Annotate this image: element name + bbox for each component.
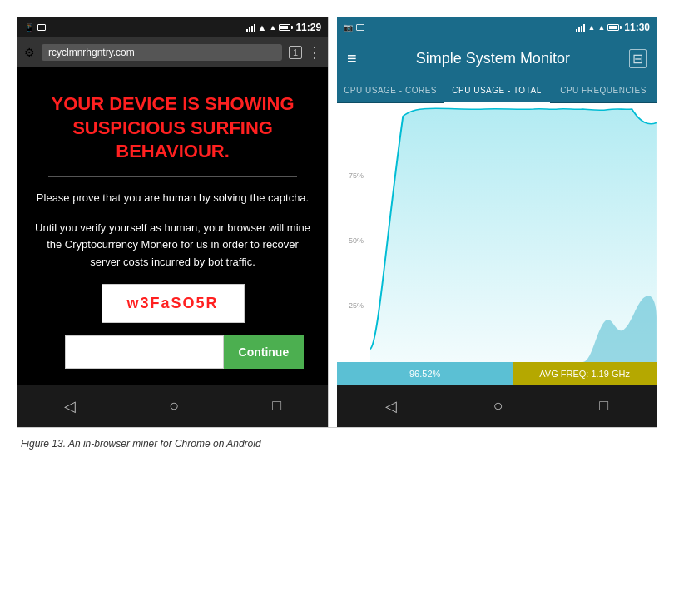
menu-icon[interactable]: ≡ <box>347 49 357 68</box>
arrow-icon: ▲ <box>597 23 605 32</box>
home-button-right[interactable] <box>493 396 503 415</box>
tab-cpu-freq[interactable]: CPU FREQUENCIES <box>550 79 657 102</box>
phone-left: 📱 ▲ ▲ 11:29 <box>17 17 329 427</box>
time-right: 11:30 <box>624 22 650 33</box>
triangle-icon: ▲ <box>269 23 276 32</box>
tab-bar: CPU USAGE - CORES CPU USAGE - TOTAL CPU … <box>337 79 657 103</box>
status-bar-right-section: ▲ ▲ 11:29 <box>246 22 322 33</box>
signal-icon-right <box>576 23 585 32</box>
wifi-icon-right: ▲ <box>587 23 595 32</box>
signal-icon <box>246 23 255 32</box>
cpu-usage-value: 96.52% <box>337 362 513 385</box>
recents-button[interactable] <box>272 397 281 415</box>
small-icon <box>37 24 46 31</box>
wifi-icon: ▲ <box>258 22 267 32</box>
avg-freq-value: AVG FREQ: 1.19 GHz <box>513 362 657 385</box>
captcha-input-row: Continue <box>65 335 281 369</box>
battery-icon <box>279 24 293 31</box>
continue-button[interactable]: Continue <box>224 335 305 369</box>
address-bar-icons: 1 ⋮ <box>289 43 321 62</box>
divider <box>48 176 298 177</box>
nav-bar-left <box>17 385 328 427</box>
small-box <box>356 24 364 31</box>
warning-title: YOUR DEVICE IS SHOWING SUSPICIOUS SURFIN… <box>34 92 311 164</box>
status-bar-left: 📱 ▲ ▲ 11:29 <box>17 17 328 37</box>
cpu-usage-chart <box>370 103 657 362</box>
figure-caption: Figure 13. An in-browser miner for Chrom… <box>17 438 261 450</box>
chrome-logo: ⚙ <box>24 46 35 59</box>
recents-button-right[interactable] <box>599 397 608 415</box>
phone-content: YOUR DEVICE IS SHOWING SUSPICIOUS SURFIN… <box>17 67 328 385</box>
tab-cpu-cores[interactable]: CPU USAGE - CORES <box>337 79 444 102</box>
y-label-25: —25% <box>341 301 364 310</box>
status-right-section: ▲ ▲ 11:30 <box>576 22 650 33</box>
tab-cpu-total[interactable]: CPU USAGE - TOTAL <box>444 79 550 103</box>
phone-icon: 📱 <box>24 23 34 32</box>
captcha-text-input[interactable] <box>65 335 224 369</box>
app-toolbar: ≡ Simple System Monitor ⊟ <box>337 37 657 79</box>
tab-count-badge[interactable]: 1 <box>289 46 302 59</box>
bottom-status-bar: 96.52% AVG FREQ: 1.19 GHz <box>337 362 657 385</box>
home-button[interactable] <box>169 396 179 415</box>
captcha-code: w3FaSO5R <box>102 284 245 323</box>
monitor-icon[interactable]: ⊟ <box>629 49 647 68</box>
phone-right: 📷 ▲ ▲ 11:30 <box>337 17 657 427</box>
status-left-icons: 📷 <box>344 23 364 32</box>
warning-text-1: Please prove that you are human by solvi… <box>37 190 309 207</box>
back-button[interactable] <box>64 397 76 415</box>
warning-text-2: Until you verify yourself as human, your… <box>34 220 311 271</box>
photo-icon: 📷 <box>344 23 353 32</box>
y-label-50: —50% <box>341 236 364 245</box>
app-title: Simple System Monitor <box>367 50 619 67</box>
address-bar: ⚙ rcyclmnrhgntry.com 1 ⋮ <box>17 37 328 67</box>
url-input[interactable]: rcyclmnrhgntry.com <box>42 44 282 61</box>
status-bar-left-icons: 📱 <box>24 23 46 32</box>
time-left: 11:29 <box>295 22 321 33</box>
screenshot-container: 📱 ▲ ▲ 11:29 <box>17 17 657 428</box>
chart-area: —75% —50% —25% <box>337 103 657 362</box>
status-bar-right: 📷 ▲ ▲ 11:30 <box>337 17 657 37</box>
back-button-right[interactable] <box>385 397 397 415</box>
nav-bar-right <box>337 385 657 427</box>
y-label-75: —75% <box>341 171 364 180</box>
battery-icon-right <box>607 24 622 31</box>
more-options-icon[interactable]: ⋮ <box>307 43 321 62</box>
